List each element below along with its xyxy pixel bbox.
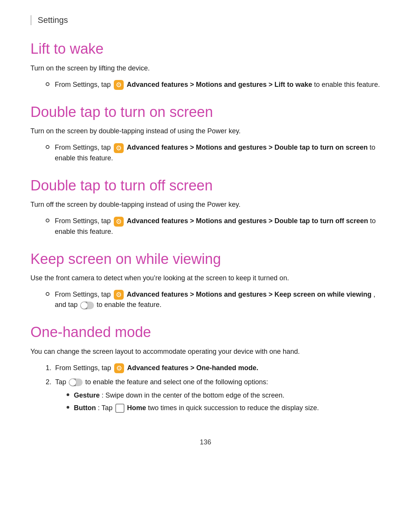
section-double-tap-on: Double tap to turn on screen Turn on the… — [30, 104, 381, 163]
bullet-text: From Settings, tap Advanced features > M… — [55, 216, 381, 236]
bullet-text: From Settings, tap Advanced features > M… — [55, 80, 381, 90]
bullet-list-keep-screen-on: From Settings, tap Advanced features > M… — [30, 289, 381, 310]
text-from-settings: From Settings, tap — [55, 217, 113, 225]
ordered-num-2: 2. — [46, 377, 51, 387]
page-header: Settings — [30, 15, 381, 25]
sub-bullet-dot-icon — [67, 393, 69, 396]
ordered-list-one-handed: 1. From Settings, tap Advanced features … — [30, 363, 381, 415]
bullet-list-double-tap-on: From Settings, tap Advanced features > M… — [30, 142, 381, 163]
section-lift-to-wake: Lift to wake Turn on the screen by lifti… — [30, 40, 381, 90]
section-desc-lift-to-wake: Turn on the screen by lifting the device… — [30, 63, 381, 73]
settings-gear-icon — [114, 290, 124, 300]
section-title-lift-to-wake: Lift to wake — [30, 40, 381, 58]
bullet-item: From Settings, tap Advanced features > M… — [30, 289, 381, 310]
bullet-text: From Settings, tap Advanced features > M… — [55, 142, 381, 163]
bullet-circle-icon — [46, 219, 49, 222]
bold-path-text: Advanced features > Motions and gestures… — [127, 291, 371, 298]
section-one-handed-mode: One-handed mode You can change the scree… — [30, 324, 381, 415]
section-title-one-handed-mode: One-handed mode — [30, 324, 381, 341]
bold-path-text: Advanced features > Motions and gestures… — [127, 81, 312, 88]
button-text-before-icon: : Tap — [98, 404, 115, 412]
text-suffix: to enable this feature. — [314, 81, 380, 88]
section-title-keep-screen-on: Keep screen on while viewing — [30, 251, 381, 268]
text-from-settings: From Settings, tap — [55, 81, 113, 88]
ordered-text-1: From Settings, tap Advanced features > O… — [55, 363, 381, 373]
ordered-item-2: 2. Tap to enable the feature and select … — [30, 377, 381, 415]
bold-path-text: Advanced features > One-handed mode. — [127, 364, 258, 372]
section-desc-one-handed-mode: You can change the screen layout to acco… — [30, 347, 381, 357]
settings-gear-icon — [114, 363, 124, 373]
settings-gear-icon — [114, 143, 124, 153]
home-button-icon — [115, 404, 124, 413]
sub-bullet-list: Gesture : Swipe down in the center of th… — [55, 390, 381, 413]
text-from-settings: From Settings, tap — [55, 144, 113, 151]
section-title-double-tap-off: Double tap to turn off screen — [30, 177, 381, 195]
sub-bullet-item-button: Button : Tap Home two times in quick suc… — [55, 403, 381, 413]
text-after-toggle: to enable the feature and select one of … — [85, 378, 268, 386]
bullet-text: From Settings, tap Advanced features > M… — [55, 289, 381, 310]
bullet-circle-icon — [46, 292, 49, 296]
sub-bullet-item-gesture: Gesture : Swipe down in the center of th… — [55, 390, 381, 401]
bold-path-text: Advanced features > Motions and gestures… — [127, 144, 368, 151]
ordered-text-2: Tap to enable the feature and select one… — [55, 377, 381, 415]
sub-bullet-text-button: Button : Tap Home two times in quick suc… — [74, 403, 319, 413]
sub-bullet-text-gesture: Gesture : Swipe down in the center of th… — [74, 390, 284, 401]
text-suffix: to enable the feature. — [97, 301, 161, 308]
bullet-list-double-tap-off: From Settings, tap Advanced features > M… — [30, 216, 381, 236]
section-title-double-tap-on: Double tap to turn on screen — [30, 104, 381, 121]
header-label: Settings — [38, 15, 68, 25]
bullet-list-lift-to-wake: From Settings, tap Advanced features > M… — [30, 80, 381, 90]
toggle-icon — [80, 302, 94, 309]
text-from-settings: From Settings, tap — [55, 291, 113, 298]
section-desc-keep-screen-on: Use the front camera to detect when you’… — [30, 273, 381, 283]
ordered-item-1: 1. From Settings, tap Advanced features … — [30, 363, 381, 373]
section-keep-screen-on: Keep screen on while viewing Use the fro… — [30, 251, 381, 310]
button-text-after: two times in quick succession to reduce … — [148, 404, 319, 412]
section-desc-double-tap-off: Turn off the screen by double-tapping in… — [30, 200, 381, 210]
section-double-tap-off: Double tap to turn off screen Turn off t… — [30, 177, 381, 237]
home-text: Home — [127, 404, 146, 412]
toggle-icon — [69, 379, 83, 386]
page-number: 136 — [30, 438, 381, 446]
bullet-item: From Settings, tap Advanced features > M… — [30, 80, 381, 90]
bullet-circle-icon — [46, 145, 49, 149]
section-desc-double-tap-on: Turn on the screen by double-tapping ins… — [30, 126, 381, 136]
gesture-bold: Gesture — [74, 391, 100, 399]
text-tap: Tap — [55, 378, 68, 386]
bold-path-text: Advanced features > Motions and gestures… — [127, 217, 368, 225]
ordered-num-1: 1. — [46, 363, 51, 373]
button-bold: Button — [74, 404, 96, 412]
bullet-item: From Settings, tap Advanced features > M… — [30, 216, 381, 236]
settings-gear-icon — [114, 80, 124, 90]
text-from-settings: From Settings, tap — [55, 364, 113, 372]
bullet-item: From Settings, tap Advanced features > M… — [30, 142, 381, 163]
bullet-circle-icon — [46, 82, 49, 86]
sub-bullet-dot-icon — [67, 406, 69, 409]
gesture-text: : Swipe down in the center of the bottom… — [102, 391, 284, 399]
settings-gear-icon — [114, 217, 124, 227]
